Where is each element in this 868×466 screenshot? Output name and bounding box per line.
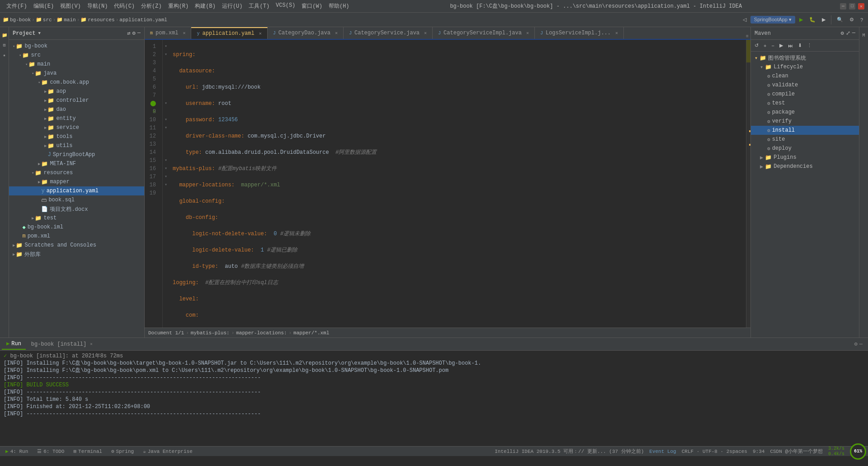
tree-item-bg-book[interactable]: ▾📁bg-book bbox=[9, 42, 144, 51]
fold-16[interactable]: ▾ bbox=[163, 165, 169, 173]
tree-item-resources[interactable]: ▾📁resources bbox=[9, 168, 144, 177]
breadcrumb-mybatis[interactable]: mybatis-plus: bbox=[191, 330, 230, 336]
structure-tool-button[interactable]: ⊞ bbox=[0, 41, 9, 50]
menu-file[interactable]: 文件(F) bbox=[4, 1, 30, 11]
breadcrumb-file[interactable]: application.yaml bbox=[119, 17, 167, 23]
tree-item-bg-book-iml[interactable]: ▶◆bg-book.iml bbox=[9, 223, 144, 232]
tree-item-main[interactable]: ▾📁main bbox=[9, 60, 144, 69]
maven-download-button[interactable]: ⬇ bbox=[796, 42, 804, 49]
tree-item-controller[interactable]: ▶📁controller bbox=[9, 96, 144, 105]
menu-run[interactable]: 运行(U) bbox=[219, 1, 245, 11]
run-button[interactable]: ▶ bbox=[797, 15, 805, 24]
fold-8[interactable]: ▾ bbox=[163, 100, 169, 108]
tab-dao-close[interactable]: ✕ bbox=[335, 30, 338, 36]
todo-tool-button[interactable]: ☰ 6: TODO bbox=[33, 447, 68, 455]
tab-logs-service[interactable]: J LogsServiceImpl.j... ✕ bbox=[535, 27, 624, 39]
fold-10[interactable]: ▾ bbox=[163, 116, 169, 124]
menu-refactor[interactable]: 重构(R) bbox=[165, 1, 192, 11]
maven-run-button[interactable]: ▶ bbox=[778, 42, 785, 49]
tab-category-service-impl[interactable]: J CategoryServiceImpl.java ✕ bbox=[433, 27, 535, 39]
tab-category-dao[interactable]: J CategoryDao.java ✕ bbox=[268, 27, 344, 39]
tree-item-com-book-app[interactable]: ▾📁com.book.app bbox=[9, 78, 144, 87]
menu-edit[interactable]: 编辑(E) bbox=[31, 1, 57, 11]
bottom-gear[interactable]: ⚙ bbox=[854, 341, 858, 347]
project-tool-button[interactable]: 📁 bbox=[0, 31, 9, 40]
menu-build[interactable]: 构建(B) bbox=[192, 1, 218, 11]
fold-18[interactable]: ▾ bbox=[163, 181, 169, 189]
tab-service-close[interactable]: ✕ bbox=[424, 30, 427, 36]
maven-verify[interactable]: ⚙ verify bbox=[751, 117, 859, 126]
code-content[interactable]: spring: datasource: url: jdbc:mysql:///b… bbox=[169, 40, 746, 328]
maven-install[interactable]: ⚙ install bbox=[751, 126, 859, 135]
menu-vcs[interactable]: VCS(S) bbox=[273, 1, 298, 11]
tab-category-service[interactable]: J CategoryService.java ✕ bbox=[344, 27, 433, 39]
menu-view[interactable]: 视图(V) bbox=[57, 1, 84, 11]
tree-item-book-sql[interactable]: ▶🗃book.sql bbox=[9, 195, 144, 204]
tree-item-springbootapp[interactable]: ▶JSpringBootApp bbox=[9, 150, 144, 159]
fold-15[interactable]: ▾ bbox=[163, 157, 169, 165]
tree-item-mapper[interactable]: ▶📁mapper bbox=[9, 177, 144, 186]
project-gear-button[interactable]: ⚙ bbox=[132, 30, 136, 37]
tab-logs-close[interactable]: ✕ bbox=[615, 30, 618, 36]
maven-refresh-button[interactable]: ↺ bbox=[753, 42, 760, 49]
breadcrumb-bgbook[interactable]: bg-book bbox=[10, 17, 31, 23]
tab-service-impl-close[interactable]: ✕ bbox=[526, 30, 529, 36]
maven-close-button[interactable]: — bbox=[852, 30, 855, 37]
terminal-tool-button[interactable]: ⊞ Terminal bbox=[70, 447, 105, 455]
tab-pom-xml[interactable]: m pom.xml ✕ bbox=[145, 27, 191, 39]
tab-application-yaml[interactable]: y application.yaml ✕ bbox=[191, 27, 267, 39]
java-enterprise-tool-button[interactable]: ☕ Java Enterprise bbox=[139, 447, 196, 455]
back-button[interactable]: ◁ bbox=[741, 15, 749, 24]
search-button[interactable]: 🔍 bbox=[835, 15, 845, 24]
maven-compile[interactable]: ⚙ compile bbox=[751, 90, 859, 99]
maven-more-button[interactable]: ⋮ bbox=[805, 42, 814, 49]
menu-tools[interactable]: 工具(T) bbox=[246, 1, 272, 11]
profile-selector[interactable]: SpringBootApp ▾ bbox=[750, 16, 795, 24]
fold-11[interactable]: ▾ bbox=[163, 124, 169, 132]
tree-item-java[interactable]: ▾📁java bbox=[9, 69, 144, 78]
tree-item-pom-xml[interactable]: ▶mpom.xml bbox=[9, 232, 144, 241]
tree-item-entity[interactable]: ▶📁entity bbox=[9, 114, 144, 123]
settings-button[interactable]: ⚙ bbox=[847, 15, 856, 24]
maven-remove-button[interactable]: − bbox=[769, 42, 776, 49]
tree-item-test[interactable]: ▶📁test bbox=[9, 214, 144, 223]
install-tab-close[interactable]: ✕ bbox=[90, 342, 92, 347]
breadcrumb-mapper-loc[interactable]: mapper-locations: bbox=[236, 330, 287, 336]
menu-analyze[interactable]: 分析(Z) bbox=[138, 1, 165, 11]
tree-item------docx[interactable]: ▶📄项目文档.docx bbox=[9, 204, 144, 214]
help-button[interactable]: ? bbox=[858, 16, 865, 24]
maven-dependencies[interactable]: ▶ 📁 Dependencies bbox=[751, 162, 859, 171]
idea-version-status[interactable]: IntelliJ IDEA 2019.3.5 可用：// 更新... (37 分… bbox=[495, 448, 644, 455]
breadcrumb-src[interactable]: src bbox=[43, 17, 52, 23]
maven-side-button[interactable]: M bbox=[859, 31, 868, 40]
run-coverage-button[interactable]: ▶ bbox=[820, 15, 828, 24]
breadcrumb-main[interactable]: main bbox=[64, 17, 75, 23]
tree-item-utils[interactable]: ▶📁utils bbox=[9, 141, 144, 150]
fold-2[interactable]: ▾ bbox=[163, 51, 169, 59]
maven-expand-button[interactable]: ⤢ bbox=[846, 30, 850, 37]
project-dropdown[interactable]: ▼ bbox=[38, 31, 40, 36]
tree-item-scratches-and-consoles[interactable]: ▶📁Scratches and Consoles bbox=[9, 241, 144, 250]
close-button[interactable]: ✕ bbox=[858, 3, 864, 10]
maximize-button[interactable]: □ bbox=[849, 3, 855, 10]
tab-menu-button[interactable]: ≡ bbox=[746, 34, 749, 39]
breadcrumb-mapper-xml[interactable]: mapper/*.xml bbox=[293, 330, 329, 336]
maven-gear-button[interactable]: ⚙ bbox=[841, 30, 844, 37]
favorites-tool-button[interactable]: ★ bbox=[0, 51, 9, 60]
event-log-button[interactable]: Event Log bbox=[649, 449, 676, 454]
bgbook-install-tab[interactable]: bg-book [install] ✕ bbox=[27, 339, 97, 349]
maven-lifecycle[interactable]: ▾ 📁 Lifecycle bbox=[751, 62, 859, 71]
maven-add-button[interactable]: + bbox=[762, 42, 768, 49]
tab-pom-close[interactable]: ✕ bbox=[183, 30, 185, 36]
maven-package[interactable]: ⚙ package bbox=[751, 108, 859, 117]
run-tool-button[interactable]: ▶ 4: Run bbox=[2, 447, 32, 455]
spring-tool-button[interactable]: ⚙ Spring bbox=[108, 447, 137, 455]
tree-item-aop[interactable]: ▶📁aop bbox=[9, 87, 144, 96]
maven-site[interactable]: ⚙ site bbox=[751, 135, 859, 144]
tab-yaml-close[interactable]: ✕ bbox=[259, 31, 262, 36]
tree-item-service[interactable]: ▶📁service bbox=[9, 123, 144, 132]
maven-clean[interactable]: ⚙ clean bbox=[751, 71, 859, 81]
maven-project[interactable]: ▾ 📁 图书馆管理系统 bbox=[751, 53, 859, 62]
fold-1[interactable]: ▾ bbox=[163, 43, 169, 51]
minimize-button[interactable]: — bbox=[840, 3, 846, 10]
